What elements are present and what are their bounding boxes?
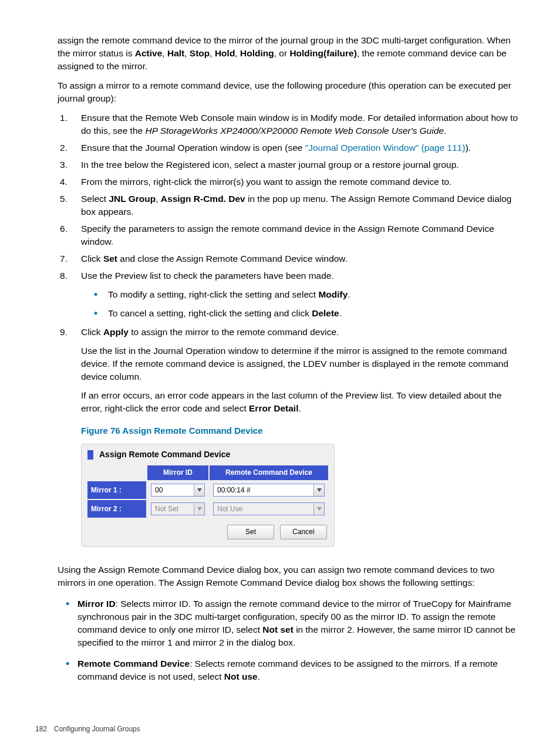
table-row: Mirror 1 : 00 00:00:14 # [87, 481, 328, 499]
text: . [298, 403, 301, 413]
text: Click [81, 254, 103, 264]
text: Select [81, 194, 109, 204]
figure-caption: Figure 76 Assign Remote Command Device [81, 424, 521, 437]
menu-jnl-group: JNL Group [109, 194, 156, 204]
step-5: Select JNL Group, Assign R-Cmd. Dev in t… [76, 193, 521, 218]
dialog-button-row: Set Cancel [86, 525, 329, 539]
step-8-sublist: To modify a setting, right-click the set… [106, 288, 521, 320]
text: ). [465, 143, 471, 153]
state-stop: Stop [190, 48, 210, 58]
after-paragraph: Using the Assign Remote Command Device d… [58, 563, 521, 589]
text: . [258, 671, 260, 681]
mirror1-rcd-dropdown[interactable]: 00:00:14 # [213, 484, 325, 497]
rcd-desc: Remote Command Device: Selects remote co… [77, 657, 521, 683]
step-8-sub-2: To cancel a setting, right-click the set… [106, 307, 521, 320]
settings-list: Mirror ID: Selects mirror ID. To assign … [77, 598, 521, 683]
text: Click [81, 327, 103, 337]
row2-label: Mirror 2 : [87, 500, 146, 518]
modify-label: Modify [318, 289, 348, 299]
rcd-term: Remote Command Device [77, 659, 190, 669]
text: To cancel a setting, right-click the set… [108, 308, 312, 318]
step-8: Use the Preview list to check the parame… [76, 269, 521, 320]
procedure-list: Ensure that the Remote Web Console main … [76, 112, 521, 415]
text: Ensure that the Journal Operation window… [81, 143, 305, 153]
chevron-down-icon [313, 484, 324, 496]
col-mirror-id: Mirror ID [147, 465, 208, 480]
step-2: Ensure that the Journal Operation window… [76, 141, 521, 154]
text: . [348, 289, 350, 299]
chevron-down-icon [194, 503, 204, 515]
blank-header [87, 465, 146, 480]
mirror2-id-value: Not Set [151, 503, 194, 515]
table-row: Mirror 2 : Not Set Not Use [87, 500, 328, 518]
section-title: Configuring Journal Groups [54, 724, 140, 734]
set-button[interactable]: Set [227, 525, 274, 539]
state-holding: Holding [240, 48, 274, 58]
mirror-id-term: Mirror ID [77, 599, 116, 609]
dialog-title-row: Assign Remote Command Device [86, 449, 329, 461]
text: and close the Assign Remote Command Devi… [117, 254, 348, 264]
chevron-down-icon [313, 503, 324, 515]
step-8-sub-1: To modify a setting, right-click the set… [106, 288, 521, 301]
doc-ref: HP StorageWorks XP24000/XP20000 Remote W… [145, 126, 444, 136]
mirror1-rcd-value: 00:00:14 # [214, 484, 313, 496]
page-footer: 182 Configuring Journal Groups [35, 724, 140, 734]
intro-paragraph-2: To assign a mirror to a remote command d… [58, 79, 521, 105]
state-holding-failure: Holding(failure) [289, 48, 357, 58]
mirror2-id-dropdown[interactable]: Not Set [151, 502, 205, 515]
not-set-label: Not set [262, 625, 294, 634]
delete-label: Delete [312, 308, 339, 318]
step-4: From the mirrors, right-click the mirror… [76, 175, 521, 188]
text: . [339, 308, 342, 318]
menu-assign-rcmd: Assign R-Cmd. Dev [161, 194, 245, 204]
step-9: Click Apply to assign the mirror to the … [76, 326, 521, 415]
set-label: Set [103, 254, 117, 264]
text: to assign the mirror to the remote comma… [129, 327, 339, 337]
apply-label: Apply [103, 327, 129, 337]
col-rcd: Remote Command Device [210, 465, 328, 480]
row1-label: Mirror 1 : [87, 481, 146, 499]
text: Use the Preview list to check the parame… [81, 271, 334, 281]
step-9-para-1: Use the list in the Journal Operation wi… [81, 345, 521, 383]
dialog-title: Assign Remote Command Device [99, 449, 230, 461]
text: To modify a setting, right-click the set… [108, 289, 318, 299]
intro-paragraph-1: assign the remote command device to the … [58, 34, 521, 73]
text: . [444, 126, 446, 136]
journal-operation-link[interactable]: "Journal Operation Window" (page 111) [305, 143, 465, 153]
cancel-button[interactable]: Cancel [280, 525, 327, 539]
step-6: Specify the parameters to assign the rem… [76, 222, 521, 248]
not-use-label: Not use [224, 671, 258, 681]
mirror2-rcd-dropdown[interactable]: Not Use [213, 502, 325, 515]
state-active: Active [135, 48, 163, 58]
dialog-table: Mirror ID Remote Command Device Mirror 1… [86, 464, 329, 519]
step-7: Click Set and close the Assign Remote Co… [76, 252, 521, 265]
assign-rcd-dialog: Assign Remote Command Device Mirror ID R… [81, 444, 335, 547]
mirror1-id-value: 00 [151, 484, 194, 496]
mirror1-id-dropdown[interactable]: 00 [151, 484, 205, 497]
dialog-figure: Assign Remote Command Device Mirror ID R… [81, 444, 521, 547]
step-9-para-2: If an error occurs, an error code appear… [81, 389, 521, 415]
state-halt: Halt [167, 48, 184, 58]
error-detail-label: Error Detail [249, 403, 298, 413]
step-1: Ensure that the Remote Web Console main … [76, 112, 521, 137]
step-3: In the tree below the Registered icon, s… [76, 158, 521, 171]
chevron-down-icon [194, 484, 204, 496]
state-hold: Hold [215, 48, 235, 58]
mirror-id-desc: Mirror ID: Selects mirror ID. To assign … [77, 598, 521, 649]
title-marker-icon [87, 450, 93, 460]
page-number: 182 [35, 724, 47, 734]
text: , [156, 194, 161, 204]
mirror2-rcd-value: Not Use [214, 503, 313, 515]
